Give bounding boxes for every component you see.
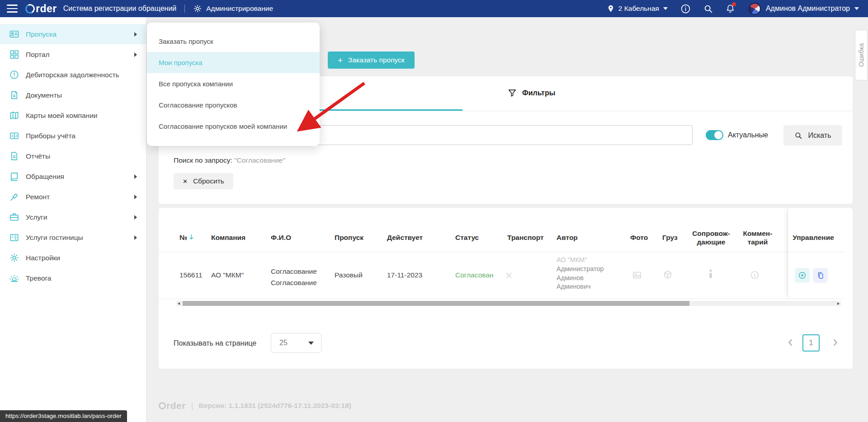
sidebar-item-label: Портал (26, 51, 134, 59)
footer-logo: rder (159, 400, 186, 411)
sidebar-item-receivables[interactable]: Дебиторская задолженность (0, 65, 146, 85)
filters-toggle[interactable]: Фильтры (507, 88, 555, 98)
reset-button-label: Сбросить (193, 177, 224, 185)
prev-page-button[interactable] (787, 338, 793, 347)
sidebar-item-hotel-services[interactable]: Услуги гостиницы (0, 227, 146, 248)
actual-toggle[interactable] (706, 130, 723, 140)
sidebar-item-passes[interactable]: Пропуска (0, 24, 146, 44)
view-button[interactable] (795, 268, 810, 283)
hotel-icon (9, 232, 19, 243)
footer: rder | Версия: 1.1.1831 (2524d776-17.11.… (159, 400, 351, 411)
column-header-cargo[interactable]: Груз (662, 233, 678, 242)
search-button[interactable]: Искать (783, 125, 842, 145)
column-header-management[interactable]: Управление (788, 233, 838, 242)
chevron-right-icon (134, 174, 137, 179)
sidebar-item-services[interactable]: Услуги (0, 207, 146, 227)
sidebar-item-label: Настройки (26, 254, 137, 262)
sidebar-item-settings[interactable]: Настройки (0, 248, 146, 268)
scroll-left-icon[interactable] (178, 302, 180, 305)
cell-company: АО "МКМ" (211, 271, 244, 279)
per-page-select[interactable]: 25 (271, 333, 321, 353)
briefcase-icon (9, 212, 19, 222)
submenu-item-company-pass-approval[interactable]: Согласование пропусков моей компании (147, 116, 320, 137)
screwdriver-icon (9, 192, 19, 202)
submenu-item-my-passes[interactable]: Мои пропуска (147, 52, 320, 73)
user-menu[interactable]: Админов Администратор (766, 5, 859, 13)
column-header-valid[interactable]: Действует (387, 233, 423, 242)
avatar[interactable] (749, 3, 761, 15)
submenu-item-all-company-passes[interactable]: Все пропуска компании (147, 73, 320, 94)
exclamation-circle-icon (9, 70, 19, 80)
sort-desc-icon[interactable] (188, 233, 195, 241)
location-pin-icon (607, 5, 614, 13)
per-page-value: 25 (279, 339, 308, 347)
column-header-author[interactable]: Автор (557, 233, 578, 242)
sidebar-item-reports[interactable]: Отчёты (0, 146, 146, 166)
footer-logo-text: rder (166, 400, 186, 411)
column-header-escorts[interactable]: Сопровож- дающие (686, 229, 736, 246)
column-header-pass[interactable]: Пропуск (335, 233, 363, 242)
sidebar-item-label: Услуги гостиницы (26, 234, 134, 242)
alarm-siren-icon (9, 273, 19, 283)
sidebar-item-requests[interactable]: Обращения (0, 166, 146, 187)
user-name: Админов Администратор (766, 5, 850, 13)
header-right-cluster: 2 Кабельная Админов Администратор (607, 3, 859, 15)
order-pass-button[interactable]: + Заказать пропуск (328, 52, 415, 69)
version-label: Версия: 1.1.1831 (2524d776-17.11.2023-03… (199, 402, 351, 410)
eye-icon (798, 271, 807, 280)
cube-icon (663, 270, 673, 280)
error-tab-label: Ошибка (858, 43, 865, 67)
sidebar-item-alarm[interactable]: Тревога (0, 268, 146, 288)
sidebar-item-label: Дебиторская задолженность (26, 71, 137, 79)
column-header-photo[interactable]: Фото (630, 233, 648, 242)
current-page-button[interactable]: 1 (802, 334, 820, 352)
chevron-down-icon (663, 7, 668, 10)
admin-section-link[interactable]: Администрирование (193, 4, 273, 13)
reset-button[interactable]: ✕ Сбросить (174, 173, 233, 189)
column-header-comment[interactable]: Коммен- тарий (733, 229, 783, 246)
footer-logo-o-icon (159, 402, 166, 409)
hamburger-menu-icon[interactable] (7, 5, 18, 13)
column-header-fio[interactable]: Ф.И.О (271, 233, 291, 242)
column-header-transport[interactable]: Транспорт (507, 233, 544, 242)
scrollbar-thumb[interactable] (183, 301, 689, 306)
footer-divider: | (191, 401, 193, 411)
notification-badge (732, 2, 736, 6)
map-icon (9, 110, 19, 121)
info-button[interactable] (680, 4, 691, 14)
copy-icon (816, 272, 825, 280)
column-header-company[interactable]: Компания (211, 233, 245, 242)
toggle-knob (714, 131, 722, 139)
grid-icon (9, 49, 19, 60)
sidebar-item-repair[interactable]: Ремонт (0, 187, 146, 207)
scroll-right-icon[interactable] (837, 302, 840, 305)
person-icon (707, 269, 715, 279)
copy-button[interactable] (813, 268, 828, 283)
svg-text:2: 2 (15, 134, 17, 138)
sidebar-item-company-maps[interactable]: Карты моей компании (0, 105, 146, 126)
chevron-right-icon (134, 215, 137, 220)
sidebar-item-meters[interactable]: 12 Приборы учёта (0, 126, 146, 146)
app-logo[interactable]: rder (25, 3, 57, 15)
horizontal-scrollbar[interactable] (176, 301, 841, 306)
info-icon (750, 270, 760, 280)
search-button-header[interactable] (703, 4, 713, 14)
next-page-button[interactable] (832, 338, 839, 347)
gear-icon (9, 253, 19, 263)
column-header-status[interactable]: Статус (455, 233, 479, 242)
sidebar-item-documents[interactable]: Документы (0, 85, 146, 105)
sidebar-item-label: Приборы учёта (26, 132, 137, 140)
active-tab-indicator[interactable] (318, 109, 462, 111)
submenu-item-order-pass[interactable]: Заказать пропуск (147, 31, 320, 52)
error-feedback-tab[interactable]: Ошибка (855, 30, 868, 80)
x-icon: ✕ (183, 178, 188, 185)
column-header-number[interactable]: № (179, 233, 187, 242)
location-selector[interactable]: 2 Кабельная (607, 5, 668, 13)
sidebar-item-portal[interactable]: Портал (0, 44, 146, 65)
submenu-item-pass-approval[interactable]: Согласование пропусков (147, 94, 320, 116)
sidebar-item-label: Услуги (26, 213, 134, 221)
top-header: rder Система регистрации обращений Админ… (0, 0, 868, 17)
actual-toggle-label: Актуальные (728, 131, 768, 139)
notifications-button[interactable] (726, 4, 735, 14)
order-pass-button-label: Заказать пропуск (348, 56, 405, 64)
